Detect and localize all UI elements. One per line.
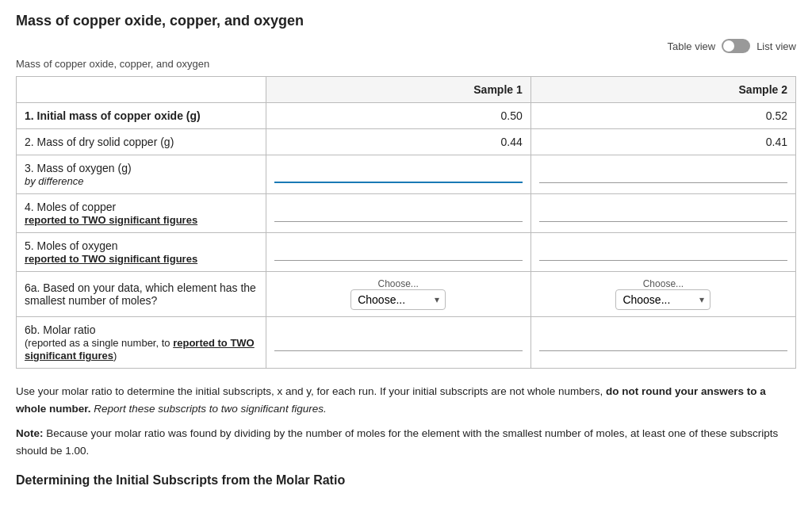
- row2-label: 2. Mass of dry solid copper (g): [17, 129, 266, 155]
- row5-sample1-input[interactable]: [266, 233, 530, 272]
- row6a-sample2-select[interactable]: Choose... Choose... Copper Oxygen: [530, 272, 795, 317]
- row6a-sample2-dropdown[interactable]: Choose... Copper Oxygen: [615, 289, 710, 310]
- row1-label: 1. Initial mass of copper oxide (g): [17, 103, 266, 129]
- list-view-label: List view: [756, 40, 796, 52]
- table-row: 1. Initial mass of copper oxide (g) 0.50…: [17, 103, 796, 129]
- page-title: Mass of copper oxide, copper, and oxygen: [16, 13, 796, 29]
- data-table: Sample 1 Sample 2 1. Initial mass of cop…: [16, 76, 796, 369]
- row3-sample1-field[interactable]: [274, 166, 523, 183]
- row4-sample2-field[interactable]: [539, 205, 787, 222]
- table-header-row: Sample 1 Sample 2: [17, 77, 796, 103]
- info-note: Note: Because your molar ratio was found…: [16, 425, 796, 459]
- header-label: [17, 77, 266, 103]
- row6b-sample2-input[interactable]: [530, 317, 795, 369]
- row6b-sub-end: ): [113, 350, 117, 362]
- row6b-sub-normal: (reported as a single number, to: [25, 337, 173, 349]
- row3-label: 3. Mass of oxygen (g) by difference: [17, 155, 266, 194]
- row5-sample1-field[interactable]: [274, 244, 523, 261]
- row6a-sample2-select-container[interactable]: Choose... Copper Oxygen: [615, 289, 710, 310]
- info-paragraph1: Use your molar ratio to determine the in…: [16, 383, 796, 417]
- row6b-label: 6b. Molar ratio (reported as a single nu…: [17, 317, 266, 369]
- row6a-sample1-select[interactable]: Choose... Choose... Copper Oxygen: [266, 272, 530, 317]
- row6a-sample1-select-container[interactable]: Choose... Copper Oxygen: [350, 289, 446, 310]
- row2-sample1: 0.44: [266, 129, 530, 155]
- table-row: 3. Mass of oxygen (g) by difference: [17, 155, 796, 194]
- row1-sample1: 0.50: [266, 103, 530, 129]
- table-view-label: Table view: [667, 40, 715, 52]
- view-toggle-bar: Table view List view: [16, 39, 796, 53]
- row4-sample1-input[interactable]: [266, 194, 530, 233]
- row4-label: 4. Moles of copper reported to TWO signi…: [17, 194, 266, 233]
- info-para1-normal: Use your molar ratio to determine the in…: [16, 385, 606, 397]
- table-row: 4. Moles of copper reported to TWO signi…: [17, 194, 796, 233]
- row4-sample1-field[interactable]: [274, 205, 523, 222]
- row3-sample1-input[interactable]: [266, 155, 530, 194]
- determining-subscripts-heading: Determining the Initial Subscripts from …: [16, 470, 796, 491]
- info-note-text: Because your molar ratio was found by di…: [16, 427, 778, 457]
- row6b-sample2-field[interactable]: [539, 335, 787, 351]
- table-row: 2. Mass of dry solid copper (g) 0.44 0.4…: [17, 129, 796, 155]
- info-note-label: Note:: [16, 427, 44, 439]
- row1-sample2: 0.52: [530, 103, 795, 129]
- info-section: Use your molar ratio to determine the in…: [16, 383, 796, 491]
- row4-sample2-input[interactable]: [530, 194, 795, 233]
- row2-sample2: 0.41: [530, 129, 795, 155]
- table-row: 6a. Based on your data, which element ha…: [17, 272, 796, 317]
- row6a-label: 6a. Based on your data, which element ha…: [17, 272, 266, 317]
- row5-sample2-field[interactable]: [539, 244, 787, 261]
- table-row: 5. Moles of oxygen reported to TWO signi…: [17, 233, 796, 272]
- view-toggle-switch[interactable]: [722, 39, 750, 53]
- breadcrumb: Mass of copper oxide, copper, and oxygen: [16, 58, 796, 70]
- row6b-sample1-field[interactable]: [274, 335, 523, 351]
- row6a-sample2-choose-label: Choose...: [643, 278, 684, 289]
- row3-sample2-field[interactable]: [539, 166, 787, 183]
- header-sample2: Sample 2: [530, 77, 795, 103]
- row5-label: 5. Moles of oxygen reported to TWO signi…: [17, 233, 266, 272]
- header-sample1: Sample 1: [266, 77, 530, 103]
- row6a-sample2-wrapper: Choose... Choose... Copper Oxygen: [539, 278, 787, 310]
- row6b-sample1-input[interactable]: [266, 317, 530, 369]
- row3-sample2-input[interactable]: [530, 155, 795, 194]
- row6a-sample1-wrapper: Choose... Choose... Copper Oxygen: [274, 278, 523, 310]
- table-row: 6b. Molar ratio (reported as a single nu…: [17, 317, 796, 369]
- row5-sample2-input[interactable]: [530, 233, 795, 272]
- info-para1-italic: Report these subscripts to two significa…: [91, 403, 327, 415]
- row6a-sample1-choose-label: Choose...: [377, 278, 418, 289]
- row6a-sample1-dropdown[interactable]: Choose... Copper Oxygen: [350, 289, 446, 310]
